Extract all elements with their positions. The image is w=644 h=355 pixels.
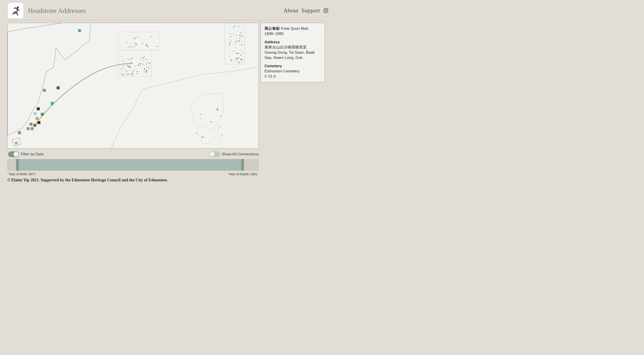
grave-point[interactable] xyxy=(242,52,242,53)
grave-point[interactable] xyxy=(136,44,136,45)
slider-handle-min[interactable] xyxy=(16,159,19,171)
grave-point[interactable] xyxy=(128,47,129,47)
grave-point[interactable] xyxy=(230,33,230,34)
grave-point[interactable] xyxy=(239,35,240,36)
grave-point[interactable] xyxy=(128,67,129,68)
grave-point[interactable] xyxy=(122,61,123,62)
grave-point[interactable] xyxy=(232,59,232,60)
grave-point[interactable] xyxy=(237,58,238,59)
grave-point[interactable] xyxy=(230,60,232,61)
grave-point[interactable] xyxy=(126,71,127,71)
grave-point[interactable] xyxy=(140,65,141,66)
grave-point[interactable] xyxy=(148,67,149,68)
grave-point[interactable] xyxy=(146,44,147,45)
grave-point[interactable] xyxy=(141,57,142,58)
grave-point[interactable] xyxy=(133,71,134,72)
map-canvas[interactable] xyxy=(7,23,259,149)
region-marker[interactable] xyxy=(34,124,36,127)
grave-point[interactable] xyxy=(136,45,136,46)
grave-point[interactable] xyxy=(242,61,242,62)
date-range-slider[interactable] xyxy=(7,159,259,171)
grave-point[interactable] xyxy=(123,66,124,67)
grave-point[interactable] xyxy=(128,73,128,74)
grave-point[interactable] xyxy=(146,70,147,71)
region-marker[interactable] xyxy=(57,86,60,89)
grave-point[interactable] xyxy=(238,62,240,63)
grave-point[interactable] xyxy=(146,71,147,72)
grave-point[interactable] xyxy=(144,71,145,72)
grave-point[interactable] xyxy=(222,134,222,135)
grave-point[interactable] xyxy=(231,36,232,37)
grave-point[interactable] xyxy=(130,74,131,75)
grave-point[interactable] xyxy=(237,57,238,58)
grave-point[interactable] xyxy=(237,60,238,61)
grave-point[interactable] xyxy=(146,59,147,59)
grave-point[interactable] xyxy=(229,56,230,57)
grave-point[interactable] xyxy=(150,36,152,37)
grave-point[interactable] xyxy=(148,62,148,63)
grave-point[interactable] xyxy=(122,56,122,57)
region-marker[interactable] xyxy=(36,117,38,120)
grave-point[interactable] xyxy=(240,36,241,36)
filter-by-date-toggle[interactable] xyxy=(8,151,19,157)
grave-point[interactable] xyxy=(130,67,131,68)
grave-point[interactable] xyxy=(236,35,237,36)
grave-point[interactable] xyxy=(144,68,145,69)
nav-about[interactable]: About xyxy=(284,7,298,14)
show-all-connections-toggle[interactable] xyxy=(209,151,220,157)
grave-point[interactable] xyxy=(141,59,142,59)
grave-point[interactable] xyxy=(217,109,218,110)
grave-point[interactable] xyxy=(132,75,133,75)
grave-point[interactable] xyxy=(128,74,128,75)
grave-point[interactable] xyxy=(240,32,242,33)
grave-point[interactable] xyxy=(142,64,143,65)
grave-point[interactable] xyxy=(127,42,128,43)
grave-point[interactable] xyxy=(230,43,230,43)
region-marker[interactable] xyxy=(41,113,44,116)
grave-point[interactable] xyxy=(196,133,197,134)
grave-point[interactable] xyxy=(134,65,135,66)
grave-point[interactable] xyxy=(146,67,147,68)
grave-point[interactable] xyxy=(128,65,128,66)
grave-point[interactable] xyxy=(147,46,148,47)
grave-point[interactable] xyxy=(236,53,237,54)
grave-point[interactable] xyxy=(200,118,200,119)
grave-point[interactable] xyxy=(237,41,238,41)
grave-point[interactable] xyxy=(130,46,130,47)
grave-point[interactable] xyxy=(143,57,144,58)
grave-point[interactable] xyxy=(129,59,130,60)
grave-point[interactable] xyxy=(211,121,212,122)
grave-point[interactable] xyxy=(200,113,202,114)
grave-point[interactable] xyxy=(233,27,233,28)
region-marker[interactable] xyxy=(15,142,18,145)
grave-point[interactable] xyxy=(132,46,133,47)
grave-point[interactable] xyxy=(138,65,139,66)
grave-point[interactable] xyxy=(134,39,134,39)
grave-point[interactable] xyxy=(238,53,239,54)
region-marker[interactable] xyxy=(78,29,81,32)
grave-point[interactable] xyxy=(156,46,157,47)
region-marker[interactable] xyxy=(27,127,30,130)
region-marker[interactable] xyxy=(43,89,46,92)
grave-point[interactable] xyxy=(121,68,122,69)
grave-point[interactable] xyxy=(220,116,221,117)
region-marker[interactable] xyxy=(37,107,40,110)
grave-point[interactable] xyxy=(134,70,135,70)
instagram-icon[interactable] xyxy=(323,8,328,13)
grave-point[interactable] xyxy=(235,47,236,48)
region-marker[interactable] xyxy=(31,127,34,130)
grave-point[interactable] xyxy=(146,64,147,64)
grave-point[interactable] xyxy=(229,45,230,45)
grave-point[interactable] xyxy=(241,34,242,35)
grave-point[interactable] xyxy=(202,137,203,138)
grave-point[interactable] xyxy=(122,74,123,75)
grave-point[interactable] xyxy=(126,64,127,64)
region-marker[interactable] xyxy=(30,123,32,126)
grave-point[interactable] xyxy=(129,66,130,67)
logo[interactable] xyxy=(7,2,24,19)
grave-point[interactable] xyxy=(137,71,138,72)
grave-point[interactable] xyxy=(131,58,132,59)
region-marker[interactable] xyxy=(34,112,36,115)
grave-point[interactable] xyxy=(130,61,131,62)
grave-point[interactable] xyxy=(241,50,242,50)
